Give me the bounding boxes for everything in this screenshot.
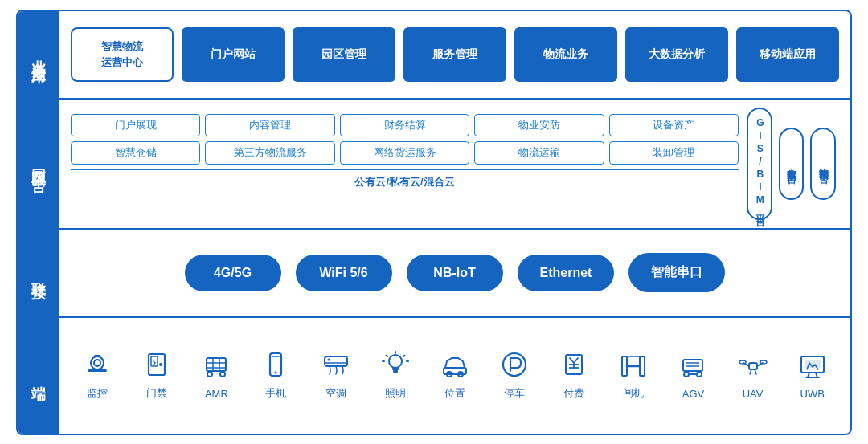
app-park: 园区管理 bbox=[293, 27, 395, 82]
svg-point-19 bbox=[327, 359, 330, 361]
device-parking: 停车 bbox=[500, 350, 529, 401]
conn-serial: 智能串口 bbox=[628, 253, 725, 292]
svg-line-25 bbox=[386, 356, 387, 356]
device-camera: 监控 bbox=[83, 350, 112, 401]
device-ac: 空调 bbox=[321, 350, 350, 401]
main-container: 业务应用 智慧物流运营中心 门户网站 园区管理 服务管理 物流业务 大数据分析 … bbox=[16, 10, 852, 435]
app-portal: 门户网站 bbox=[182, 27, 285, 82]
cell-content: 内容管理 bbox=[205, 114, 334, 137]
svg-line-22 bbox=[403, 356, 404, 356]
device-gate: 闸机 bbox=[619, 350, 648, 401]
row2-content: 门户展现 内容管理 财务结算 物业安防 设备资产 智慧仓储 第三方物流服务 网络… bbox=[59, 100, 850, 228]
svg-rect-27 bbox=[393, 370, 398, 373]
app-bigdata: 大数据分析 bbox=[625, 27, 728, 82]
svg-point-43 bbox=[697, 372, 702, 377]
gate-icon bbox=[619, 350, 648, 383]
app-ops-center: 智慧物流运营中心 bbox=[71, 27, 174, 82]
parking-icon bbox=[500, 350, 529, 383]
svg-point-5 bbox=[159, 363, 162, 366]
svg-point-42 bbox=[684, 372, 689, 377]
device-uwb: UWB bbox=[798, 352, 827, 400]
device-light: 照明 bbox=[381, 350, 410, 401]
device-uav: UAV bbox=[739, 352, 768, 400]
row4-content: 监控 门禁 bbox=[59, 318, 850, 434]
uav-label: UAV bbox=[743, 388, 764, 400]
svg-rect-2 bbox=[88, 369, 107, 372]
svg-point-53 bbox=[760, 360, 767, 364]
door-icon bbox=[142, 350, 171, 383]
svg-point-12 bbox=[207, 372, 212, 377]
conn-ethernet: Ethernet bbox=[518, 255, 615, 291]
app-mobile: 移动端应用 bbox=[736, 27, 839, 82]
platform-grid: 门户展现 内容管理 财务结算 物业安防 设备资产 智慧仓储 第三方物流服务 网络… bbox=[71, 108, 739, 169]
camera-icon bbox=[83, 350, 112, 383]
row-endpoints: 端 监控 bbox=[18, 318, 850, 434]
cell-3pl: 第三方物流服务 bbox=[205, 141, 334, 165]
cell-portal: 门户展现 bbox=[71, 114, 200, 137]
cell-freight: 网络货运服务 bbox=[340, 141, 469, 165]
device-phone: 手机 bbox=[261, 350, 290, 401]
svg-point-15 bbox=[275, 372, 277, 374]
device-payment: 付费 bbox=[559, 350, 588, 401]
device-amr: AMR bbox=[202, 352, 231, 400]
row4-label: 端 bbox=[18, 318, 59, 434]
agv-label: AGV bbox=[682, 388, 704, 400]
conn-wifi: WiFi 5/6 bbox=[296, 255, 392, 291]
oval-iot: 物联网平台 bbox=[810, 128, 836, 200]
cell-finance: 财务结算 bbox=[340, 114, 469, 137]
row3-content: 4G/5G WiFi 5/6 NB-IoT Ethernet 智能串口 bbox=[59, 230, 850, 316]
platform-right: GIS/BIM平台 大数据平台 物联网平台 bbox=[739, 108, 839, 220]
svg-rect-49 bbox=[749, 363, 757, 369]
oval-bigdata: 大数据平台 bbox=[779, 128, 805, 200]
cell-unload: 装卸管理 bbox=[609, 141, 739, 165]
svg-point-13 bbox=[220, 372, 225, 377]
phone-label: 手机 bbox=[265, 386, 286, 401]
amr-label: AMR bbox=[205, 388, 228, 400]
uwb-label: UWB bbox=[800, 388, 825, 400]
app-logistics: 物流业务 bbox=[514, 27, 617, 82]
phone-icon bbox=[261, 350, 290, 383]
svg-point-1 bbox=[94, 360, 100, 366]
svg-point-52 bbox=[739, 360, 746, 364]
cell-warehouse: 智慧仓储 bbox=[71, 141, 200, 165]
row-park-platform: 园区平台 门户展现 内容管理 财务结算 物业安防 设备资产 智慧仓储 第三方物流… bbox=[18, 100, 850, 230]
svg-rect-7 bbox=[207, 358, 226, 371]
row-business-app: 业务应用 智慧物流运营中心 门户网站 园区管理 服务管理 物流业务 大数据分析 … bbox=[18, 11, 850, 100]
gate-label: 闸机 bbox=[623, 386, 644, 401]
light-label: 照明 bbox=[385, 386, 406, 401]
agv-icon bbox=[678, 352, 707, 385]
cell-security: 物业安防 bbox=[474, 114, 604, 137]
ac-label: 空调 bbox=[326, 386, 346, 401]
camera-label: 监控 bbox=[87, 386, 108, 401]
uav-icon bbox=[739, 352, 768, 385]
svg-rect-3 bbox=[94, 355, 100, 357]
row3-label: 联接 bbox=[18, 230, 59, 316]
device-agv: AGV bbox=[678, 352, 707, 400]
amr-icon bbox=[202, 352, 231, 385]
payment-label: 付费 bbox=[563, 386, 584, 401]
door-label: 门禁 bbox=[146, 386, 167, 401]
row1-content: 智慧物流运营中心 门户网站 园区管理 服务管理 物流业务 大数据分析 移动端应用 bbox=[59, 11, 850, 98]
svg-point-20 bbox=[389, 355, 402, 368]
conn-4g5g: 4G/5G bbox=[185, 255, 281, 291]
light-icon bbox=[381, 350, 410, 383]
parking-label: 停车 bbox=[504, 386, 525, 401]
ac-icon bbox=[321, 350, 350, 383]
platform-cloud: 公有云/私有云/混合云 bbox=[71, 169, 739, 193]
car-icon bbox=[440, 350, 469, 383]
row1-label: 业务应用 bbox=[18, 11, 59, 98]
row2-label: 园区平台 bbox=[18, 100, 59, 228]
device-location: 位置 bbox=[440, 350, 469, 401]
svg-rect-17 bbox=[325, 356, 347, 366]
conn-nbiot: NB-IoT bbox=[407, 255, 503, 291]
platform-left: 门户展现 内容管理 财务结算 物业安防 设备资产 智慧仓储 第三方物流服务 网络… bbox=[71, 108, 739, 220]
svg-rect-41 bbox=[683, 360, 702, 371]
app-service: 服务管理 bbox=[403, 27, 506, 82]
svg-point-32 bbox=[503, 353, 526, 376]
svg-rect-26 bbox=[392, 368, 399, 370]
cell-asset: 设备资产 bbox=[609, 114, 739, 137]
oval-gis: GIS/BIM平台 bbox=[747, 108, 772, 220]
monitor-icon bbox=[798, 352, 827, 385]
location-label: 位置 bbox=[444, 386, 465, 401]
row-connectivity: 联接 4G/5G WiFi 5/6 NB-IoT Ethernet 智能串口 bbox=[18, 230, 850, 318]
